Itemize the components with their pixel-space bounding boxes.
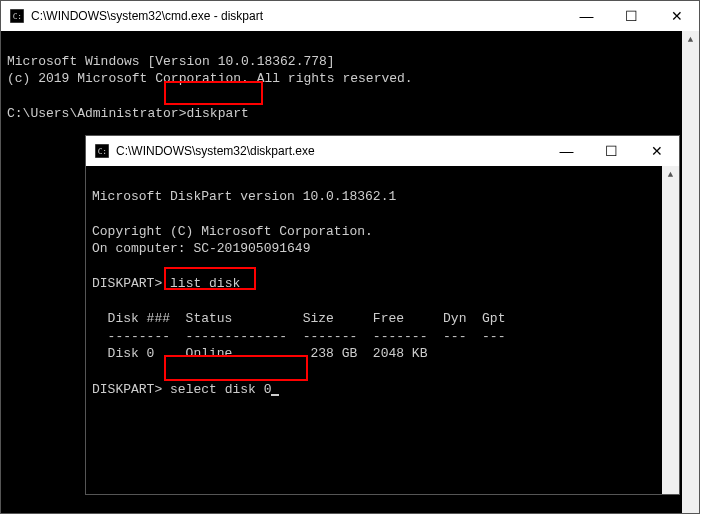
close-button[interactable]: ✕ bbox=[654, 1, 699, 31]
cmd-prompt: C:\Users\Administrator> bbox=[7, 106, 186, 121]
diskpart-prompt: DISKPART> bbox=[92, 382, 162, 397]
scroll-up-icon[interactable]: ▲ bbox=[662, 166, 679, 183]
cmd-icon: C: bbox=[9, 8, 25, 24]
diskpart-computer-line: On computer: SC-201905091649 bbox=[92, 241, 310, 256]
disk-table-row: Disk 0 Online 238 GB 2048 KB bbox=[92, 346, 427, 361]
disk-table-header: Disk ### Status Size Free Dyn Gpt bbox=[92, 311, 505, 326]
diskpart-titlebar[interactable]: C: C:\WINDOWS\system32\diskpart.exe — ☐ … bbox=[86, 136, 679, 166]
diskpart-icon: C: bbox=[94, 143, 110, 159]
close-button[interactable]: ✕ bbox=[634, 136, 679, 166]
svg-text:C:: C: bbox=[13, 12, 22, 21]
cmd-command: diskpart bbox=[186, 106, 248, 121]
cursor bbox=[271, 394, 279, 396]
cmd-window-controls: — ☐ ✕ bbox=[564, 1, 699, 31]
minimize-button[interactable]: — bbox=[544, 136, 589, 166]
svg-text:C:: C: bbox=[98, 147, 107, 156]
diskpart-scrollbar[interactable]: ▲ bbox=[662, 166, 679, 494]
diskpart-copyright-line: Copyright (C) Microsoft Corporation. bbox=[92, 224, 373, 239]
diskpart-window: C: C:\WINDOWS\system32\diskpart.exe — ☐ … bbox=[85, 135, 680, 495]
cmd-window-title: C:\WINDOWS\system32\cmd.exe - diskpart bbox=[31, 9, 564, 23]
select-disk-command: select disk 0 bbox=[170, 382, 271, 397]
version-line: Microsoft Windows [Version 10.0.18362.77… bbox=[7, 54, 335, 69]
cmd-titlebar[interactable]: C: C:\WINDOWS\system32\cmd.exe - diskpar… bbox=[1, 1, 699, 31]
diskpart-prompt: DISKPART> bbox=[92, 276, 162, 291]
maximize-button[interactable]: ☐ bbox=[609, 1, 654, 31]
diskpart-window-controls: — ☐ ✕ bbox=[544, 136, 679, 166]
cmd-scrollbar[interactable]: ▲ bbox=[682, 31, 699, 513]
list-disk-command: list disk bbox=[170, 276, 240, 291]
diskpart-version-line: Microsoft DiskPart version 10.0.18362.1 bbox=[92, 189, 396, 204]
disk-table-divider: -------- ------------- ------- ------- -… bbox=[92, 329, 505, 344]
maximize-button[interactable]: ☐ bbox=[589, 136, 634, 166]
diskpart-terminal-body[interactable]: Microsoft DiskPart version 10.0.18362.1 … bbox=[86, 166, 679, 494]
diskpart-window-title: C:\WINDOWS\system32\diskpart.exe bbox=[116, 144, 544, 158]
copyright-line: (c) 2019 Microsoft Corporation. All righ… bbox=[7, 71, 413, 86]
scroll-up-icon[interactable]: ▲ bbox=[682, 31, 699, 48]
minimize-button[interactable]: — bbox=[564, 1, 609, 31]
